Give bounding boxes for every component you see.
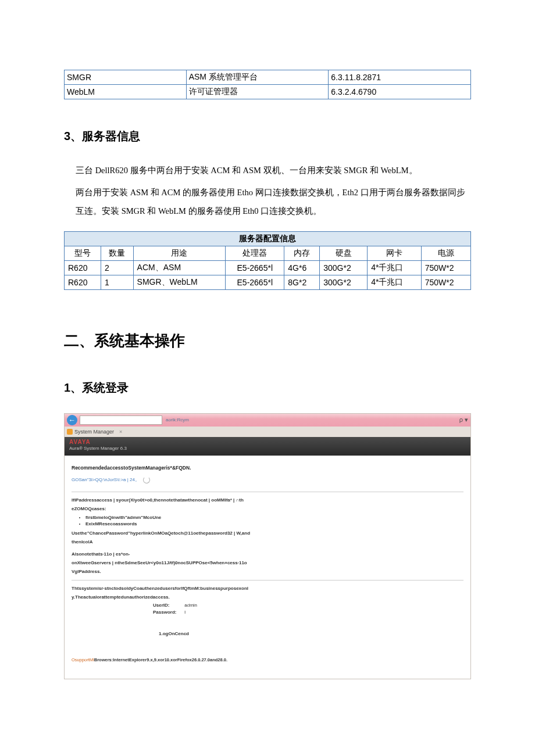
table-row: WebLM 许可证管理器 6.3.2.4.6790 bbox=[65, 85, 471, 99]
heading-server-info: 3、服务器信息 bbox=[64, 128, 471, 144]
software-version-table: SMGR ASM 系统管理平台 6.3.11.8.2871 WebLM 许可证管… bbox=[64, 70, 471, 99]
text-line: VgIPaddress. bbox=[72, 568, 463, 575]
login-content: RecommendedaccesstoSystemManageris*&FQDN… bbox=[65, 456, 470, 679]
app-banner: AVAYA Aura® System Manager 6.3 bbox=[65, 437, 470, 456]
password-value[interactable]: l bbox=[184, 610, 186, 615]
footer-orange: OsupportMl bbox=[72, 657, 94, 662]
login-button[interactable]: 1.ogOnCencd bbox=[159, 631, 463, 636]
loading-spinner-icon bbox=[143, 476, 150, 483]
paragraph: 三台 DellR620 服务中两台用于安装 ACM 和 ASM 双机、一台用来安… bbox=[76, 162, 471, 180]
userid-value[interactable]: admin bbox=[184, 603, 197, 608]
browser-toolbar: ← aorik:Rcym ρ ▾ bbox=[65, 414, 470, 427]
search-icon[interactable]: ρ ▾ bbox=[459, 416, 468, 424]
col-psu: 电源 bbox=[421, 246, 470, 260]
col-cpu: 处理器 bbox=[226, 246, 284, 260]
table-row: R620 1 SMGR、WebLM E5-2665*l 8G*2 300G*2 … bbox=[65, 275, 471, 289]
browser-tab[interactable]: System Manager × bbox=[67, 429, 122, 435]
password-row: Password: l bbox=[153, 610, 463, 615]
recommended-line: RecommendedaccesstoSystemManageris*&FQDN… bbox=[72, 465, 463, 471]
divider bbox=[72, 492, 463, 492]
browser-tabs: System Manager × bbox=[65, 427, 470, 437]
col-qty: 数量 bbox=[101, 246, 134, 260]
col-disk: 硬盘 bbox=[320, 246, 368, 260]
text-line: IfIPaddressaccess | syour(Xiyo0t>o0,then… bbox=[72, 497, 463, 504]
footer-rest: Browers:InternetExplorer9.x,9.xor10.xorF… bbox=[94, 657, 227, 662]
list-item: ExixMResecoasswords bbox=[85, 521, 463, 526]
text-line: eZOMOQcases: bbox=[72, 506, 463, 513]
list-item: firstbmeloQinwith"admm"McoUne bbox=[85, 515, 463, 520]
col-mem: 内存 bbox=[284, 246, 320, 260]
link-line[interactable]: GOSan"3l>QQ:\nJorS\l:>a | 24。 bbox=[72, 476, 463, 483]
banner-subtitle: Aura® System Manager 6.3 bbox=[69, 446, 466, 451]
cell-desc: ASM 系统管理平台 bbox=[186, 70, 329, 85]
userid-label: UserID: bbox=[153, 603, 183, 608]
address-segment: aorik:Rcym bbox=[166, 417, 189, 422]
cell-name: WebLM bbox=[65, 85, 187, 99]
cell-version: 6.3.11.8.2871 bbox=[329, 70, 471, 85]
bullet-list: firstbmeloQinwith"admm"McoUne ExixMResec… bbox=[85, 515, 463, 526]
avaya-logo: AVAYA bbox=[69, 439, 466, 445]
text-line: Usethe"ChancePassword"hyperlinkOnMOaQeto… bbox=[72, 530, 463, 537]
table-row: SMGR ASM 系统管理平台 6.3.11.8.2871 bbox=[65, 70, 471, 85]
text-line: Thtssystemisr·stnctodsoldyCoauthenzeduse… bbox=[72, 585, 463, 592]
text-line: thenlcolA bbox=[72, 539, 463, 546]
heading-chapter-2: 二、系统基本操作 bbox=[64, 331, 471, 351]
tab-title: System Manager bbox=[74, 429, 114, 435]
col-nic: 网卡 bbox=[368, 246, 422, 260]
login-screenshot: ← aorik:Rcym ρ ▾ System Manager × AVAYA … bbox=[64, 413, 471, 679]
table-row: R620 2 ACM、ASM E5-2665*l 4G*6 300G*2 4*千… bbox=[65, 260, 471, 275]
server-config-table: 服务器配置信息 型号 数量 用途 处理器 内存 硬盘 网卡 电源 R620 2 … bbox=[64, 231, 471, 290]
tab-favicon-icon bbox=[67, 429, 73, 435]
password-label: Password: bbox=[153, 610, 183, 615]
text-line: onXtweeGservers | ntheSdmeSeeUr<y0o11J/t… bbox=[72, 560, 463, 567]
table-title: 服务器配置信息 bbox=[65, 231, 471, 246]
arrow-left-icon: ← bbox=[69, 416, 76, 424]
address-bar[interactable] bbox=[80, 415, 162, 425]
supported-browsers: OsupportMlBrowers:InternetExplorer9.x,9.… bbox=[72, 657, 463, 662]
back-button[interactable]: ← bbox=[67, 415, 77, 425]
text-line: y.Theactualorattemptedunauthorizedaccess… bbox=[72, 594, 463, 601]
text-line: Alsonotethats·11o | es*on- bbox=[72, 551, 463, 558]
col-use: 用途 bbox=[133, 246, 226, 260]
cell-version: 6.3.2.4.6790 bbox=[329, 85, 471, 99]
cell-name: SMGR bbox=[65, 70, 187, 85]
cell-desc: 许可证管理器 bbox=[186, 85, 329, 99]
paragraph: 两台用于安装 ASM 和 ACM 的服务器使用 Etho 网口连接数据交换机，E… bbox=[76, 184, 471, 221]
divider bbox=[72, 580, 463, 581]
col-model: 型号 bbox=[65, 246, 101, 260]
userid-row: UserID: admin bbox=[153, 603, 463, 608]
close-icon[interactable]: × bbox=[119, 429, 122, 435]
heading-system-login: 1、系统登录 bbox=[64, 380, 471, 396]
